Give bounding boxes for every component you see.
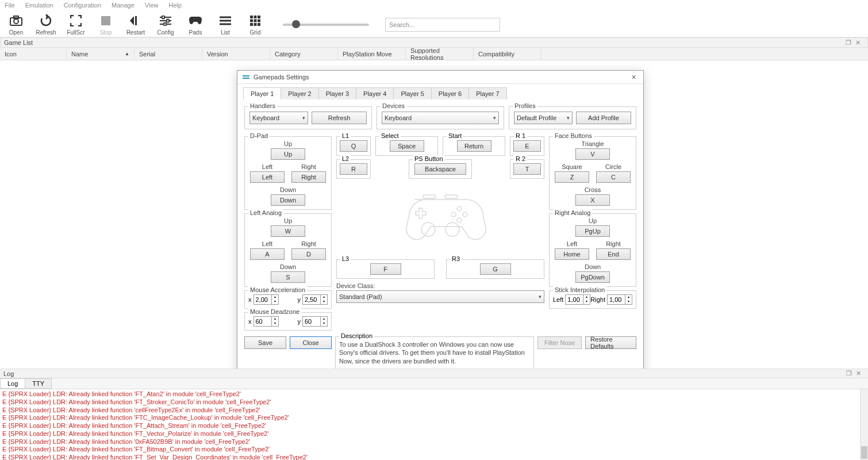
select-button[interactable]: Space — [390, 140, 424, 152]
dpad-right-button[interactable]: Right — [291, 171, 326, 183]
restore-defaults-button[interactable]: Restore Defaults — [585, 336, 636, 349]
md-y-spin[interactable]: 60▴▾ — [302, 316, 328, 327]
pads-button[interactable]: Pads — [184, 13, 207, 36]
search-input[interactable]: Search... — [385, 18, 500, 32]
la-left-button[interactable]: A — [250, 248, 285, 260]
device-class-select[interactable]: Standard (Pad)▾ — [336, 290, 544, 303]
menu-file[interactable]: File — [5, 2, 15, 9]
square-button[interactable]: Z — [555, 171, 589, 183]
log-tab-log[interactable]: Log — [0, 378, 25, 389]
svg-point-2 — [14, 19, 18, 24]
dpad-up-button[interactable]: Up — [271, 148, 305, 160]
scrollbar-thumb[interactable] — [861, 446, 867, 459]
col-move[interactable]: PlayStation Move — [338, 48, 406, 60]
tab-player-6[interactable]: Player 6 — [431, 87, 469, 99]
menu-view[interactable]: View — [145, 2, 159, 9]
la-down-label: Down — [280, 263, 296, 270]
l3-button[interactable]: F — [370, 263, 401, 275]
menu-configuration[interactable]: Configuration — [64, 2, 101, 9]
ma-y-spin[interactable]: 2,50▴▾ — [302, 294, 328, 305]
md-x-spin[interactable]: 60▴▾ — [254, 316, 279, 327]
r1-group: R 1E — [510, 136, 544, 156]
l1-button[interactable]: Q — [340, 140, 367, 152]
circle-button[interactable]: C — [596, 171, 631, 183]
la-right-button[interactable]: D — [291, 248, 326, 260]
devices-select[interactable]: Keyboard▾ — [382, 112, 499, 124]
dpad-down-button[interactable]: Down — [271, 194, 305, 206]
l2-button[interactable]: R — [340, 163, 367, 175]
add-profile-button[interactable]: Add Profile — [576, 112, 631, 124]
ps-button[interactable]: Backspace — [414, 163, 466, 175]
log-tab-tty[interactable]: TTY — [25, 378, 52, 389]
icon-size-slider[interactable] — [283, 24, 369, 26]
open-button[interactable]: Open — [5, 13, 28, 36]
log-body[interactable]: E {SPRX Loader} LDR: Already linked func… — [0, 389, 868, 460]
start-button[interactable]: Return — [457, 140, 491, 152]
list-icon — [218, 13, 233, 28]
panel-close-icon[interactable]: ✕ — [854, 370, 862, 377]
ma-y-label: y — [298, 296, 301, 303]
tab-player-5[interactable]: Player 5 — [393, 87, 431, 99]
col-icon[interactable]: Icon — [0, 48, 67, 60]
tab-player-2[interactable]: Player 2 — [281, 87, 318, 99]
menu-manage[interactable]: Manage — [112, 2, 135, 9]
profiles-select[interactable]: Default Profile▾ — [514, 112, 573, 124]
ra-right-button[interactable]: End — [596, 248, 631, 260]
panel-restore-icon[interactable]: ❐ — [845, 370, 853, 377]
slider-thumb[interactable] — [292, 20, 300, 28]
config-button[interactable]: Config — [154, 13, 177, 36]
si-left-spin[interactable]: 1,00▴▾ — [565, 294, 590, 305]
save-button[interactable]: Save — [244, 336, 286, 349]
cross-button[interactable]: X — [575, 194, 610, 206]
grid-button[interactable]: Grid — [244, 13, 267, 36]
refresh-label: Refresh — [36, 29, 56, 36]
si-right-spin[interactable]: 1,00▴▾ — [607, 294, 632, 305]
la-down-button[interactable]: S — [271, 271, 305, 283]
col-name[interactable]: Name▲ — [67, 48, 135, 60]
la-up-button[interactable]: W — [271, 225, 305, 237]
mouse-dead-group: Mouse Deadzone x60▴▾ y60▴▾ — [244, 312, 332, 331]
col-category[interactable]: Category — [270, 48, 338, 60]
handlers-select[interactable]: Keyboard▾ — [249, 112, 308, 124]
tab-player-1[interactable]: Player 1 — [243, 87, 281, 99]
stop-button[interactable]: Stop — [94, 13, 117, 36]
refresh-button[interactable]: Refresh — [34, 13, 57, 36]
close-button[interactable]: Close — [290, 336, 332, 349]
svg-rect-14 — [250, 16, 253, 18]
handlers-refresh-button[interactable]: Refresh — [312, 112, 367, 124]
tab-player-3[interactable]: Player 3 — [318, 87, 356, 99]
tab-player-7[interactable]: Player 7 — [468, 87, 506, 99]
ra-left-button[interactable]: Home — [555, 248, 589, 260]
col-resolutions[interactable]: Supported Resolutions — [406, 48, 474, 60]
r1-button[interactable]: E — [513, 140, 541, 152]
sliders-icon — [158, 13, 173, 28]
col-serial[interactable]: Serial — [135, 48, 202, 60]
handlers-value: Keyboard — [252, 114, 279, 121]
r2-button[interactable]: T — [513, 163, 541, 175]
panel-restore-icon[interactable]: ❐ — [844, 39, 852, 47]
menu-emulation[interactable]: Emulation — [25, 2, 53, 9]
fullscr-button[interactable]: FullScr — [64, 13, 87, 36]
close-icon[interactable]: ✕ — [629, 74, 639, 81]
ps-label: PS Button — [413, 155, 445, 162]
panel-close-icon[interactable]: ✕ — [854, 39, 862, 47]
chevron-down-icon: ▾ — [493, 115, 496, 121]
restart-button[interactable]: Restart — [124, 13, 147, 36]
col-compat[interactable]: Compatibility — [474, 48, 541, 60]
r3-button[interactable]: G — [480, 263, 511, 275]
profiles-value: Default Profile — [517, 114, 556, 121]
mouse-accel-group: Mouse Acceleration x2,00▴▾ y2,50▴▾ — [244, 290, 332, 309]
list-button[interactable]: List — [214, 13, 237, 36]
dpad-left-button[interactable]: Left — [250, 171, 285, 183]
dialog-titlebar[interactable]: Gamepads Settings ✕ — [237, 71, 643, 84]
ma-x-spin[interactable]: 2,00▴▾ — [254, 294, 279, 305]
col-version[interactable]: Version — [202, 48, 270, 60]
filter-nose-button[interactable]: Filter Nose — [537, 336, 582, 349]
ra-up-button[interactable]: PgUp — [575, 225, 610, 237]
tab-player-4[interactable]: Player 4 — [356, 87, 394, 99]
svg-rect-18 — [254, 20, 257, 22]
triangle-button[interactable]: V — [575, 148, 610, 160]
scrollbar[interactable] — [860, 389, 868, 460]
ra-down-button[interactable]: PgDown — [575, 271, 610, 283]
menu-help[interactable]: Help — [169, 2, 182, 9]
